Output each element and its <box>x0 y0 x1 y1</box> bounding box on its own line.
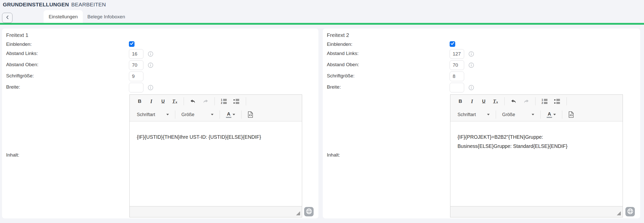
italic-button[interactable]: I <box>149 99 154 104</box>
richtext-editor: B I U Tx 1 <box>450 94 623 217</box>
einblenden-label: Einblenden: <box>327 41 352 47</box>
editor-content-area[interactable]: {IF}{USTID}{THEN}Ihre UST-ID: {USTID}{EL… <box>130 121 302 206</box>
editor-status-bar <box>130 206 302 217</box>
info-icon[interactable] <box>468 51 474 57</box>
font-family-dropdown[interactable]: Schriftart <box>458 112 490 117</box>
editor-toolbar: B I U Tx 1 <box>450 95 623 121</box>
checkmark-icon <box>130 42 134 46</box>
page-title-main: GRUNDEINSTELLUNGEN <box>3 2 69 7</box>
info-icon[interactable] <box>148 85 153 90</box>
tab-einstellungen[interactable]: Einstellungen <box>44 10 83 23</box>
remove-format-button[interactable]: Tx <box>493 99 498 104</box>
breite-label: Breite: <box>6 84 20 90</box>
chevron-down-icon <box>211 114 213 115</box>
source-code-icon[interactable] <box>568 111 574 118</box>
chevron-down-icon <box>166 114 169 115</box>
einblenden-checkbox[interactable] <box>129 41 135 47</box>
globe-icon <box>306 208 312 216</box>
info-icon[interactable] <box>148 51 153 57</box>
breite-input[interactable] <box>450 83 464 92</box>
toolbar-separator <box>175 110 175 119</box>
schriftgroesse-label: Schriftgröße: <box>327 73 355 79</box>
abstand-oben-label: Abstand Oben: <box>6 62 38 68</box>
breite-label: Breite: <box>327 84 341 90</box>
italic-button[interactable]: I <box>469 99 475 104</box>
globe-icon <box>627 208 634 216</box>
toolbar-separator <box>184 97 184 105</box>
chevron-down-icon <box>487 114 490 115</box>
toolbar-separator <box>496 110 496 119</box>
tab-belege-infoboxen[interactable]: Belege Infoboxen <box>83 10 129 23</box>
toolbar-row-1: B I U Tx 1 <box>137 95 302 108</box>
editor-status-bar <box>450 206 623 217</box>
toolbar-separator <box>504 97 505 105</box>
einblenden-checkbox[interactable] <box>450 41 455 47</box>
toolbar-separator <box>535 97 535 105</box>
info-icon[interactable] <box>148 62 153 68</box>
chevron-down-icon <box>532 114 534 115</box>
text-color-button[interactable]: A <box>226 112 235 118</box>
editor-content-area[interactable]: {IF}{PROJEKT}=B2B2"{THEN}Gruppe: Busines… <box>450 121 623 206</box>
abstand-oben-input[interactable] <box>129 60 143 70</box>
svg-text:1: 1 <box>542 99 543 101</box>
bold-button[interactable]: B <box>137 99 142 104</box>
numbered-list-icon[interactable]: 1 2 <box>542 99 548 104</box>
bold-button[interactable]: B <box>458 99 463 104</box>
toolbar-separator <box>540 110 541 119</box>
checkmark-icon <box>450 42 454 46</box>
undo-icon[interactable] <box>511 99 517 104</box>
remove-format-button[interactable]: Tx <box>172 99 178 104</box>
font-family-dropdown[interactable]: Schriftart <box>137 112 169 117</box>
inhalt-label: Inhalt: <box>6 152 19 158</box>
accent-divider <box>0 23 644 25</box>
toolbar-row-1: B I U Tx 1 <box>458 95 623 108</box>
freitext-1-panel: Freitext 1 Einblenden: Abstand Links: Ab… <box>2 29 318 218</box>
toolbar-separator <box>220 110 220 119</box>
font-size-dropdown[interactable]: Größe <box>502 112 534 117</box>
schriftgroesse-input[interactable] <box>450 72 464 81</box>
toolbar-row-2: Schriftart Größe A <box>458 108 623 121</box>
redo-icon[interactable] <box>523 99 529 104</box>
font-size-dropdown[interactable]: Größe <box>181 112 213 117</box>
underline-button[interactable]: U <box>160 99 166 104</box>
freitext-2-panel: Freitext 2 Einblenden: Abstand Links: Ab… <box>323 29 640 218</box>
back-button[interactable] <box>2 13 12 23</box>
schriftgroesse-input[interactable] <box>129 72 143 81</box>
resize-handle-icon[interactable] <box>296 211 300 215</box>
toolbar-separator <box>246 97 246 105</box>
richtext-editor: B I U Tx 1 <box>129 94 302 217</box>
underline-button[interactable]: U <box>481 99 487 104</box>
info-icon[interactable] <box>468 62 474 68</box>
breite-input[interactable] <box>129 83 143 92</box>
abstand-links-input[interactable] <box>129 49 143 59</box>
toolbar-row-2: Schriftart Größe A <box>137 108 302 121</box>
toolbar-separator <box>214 97 215 105</box>
info-icon[interactable] <box>468 85 474 90</box>
page-title: GRUNDEINSTELLUNGENBEARBEITEN <box>3 2 106 8</box>
inhalt-label: Inhalt: <box>327 152 340 158</box>
color-swatch <box>226 117 231 118</box>
source-code-icon[interactable] <box>248 111 253 118</box>
abstand-links-input[interactable] <box>450 49 464 59</box>
redo-icon[interactable] <box>202 99 208 104</box>
tab-label: Einstellungen <box>49 14 78 20</box>
numbered-list-icon[interactable]: 1 2 <box>221 99 227 104</box>
bullet-list-icon[interactable] <box>554 99 560 104</box>
toolbar-separator <box>567 97 567 105</box>
abstand-links-label: Abstand Links: <box>6 50 38 57</box>
editor-toolbar: B I U Tx 1 <box>130 95 302 121</box>
bullet-list-icon[interactable] <box>233 99 240 104</box>
globe-button[interactable] <box>625 207 635 216</box>
text-color-button[interactable]: A <box>547 112 556 118</box>
chevron-down-icon <box>233 114 235 115</box>
schriftgroesse-label: Schriftgröße: <box>6 73 34 79</box>
color-swatch <box>547 117 552 118</box>
chevron-down-icon <box>553 114 556 115</box>
svg-text:2: 2 <box>542 102 543 104</box>
globe-button[interactable] <box>304 207 314 216</box>
abstand-oben-input[interactable] <box>450 60 464 70</box>
resize-handle-icon[interactable] <box>617 211 621 215</box>
undo-icon[interactable] <box>190 99 196 104</box>
toolbar-separator <box>241 110 242 119</box>
editor-content-text: {IF}{PROJEKT}=B2B2"{THEN}Gruppe: Busines… <box>458 132 577 151</box>
